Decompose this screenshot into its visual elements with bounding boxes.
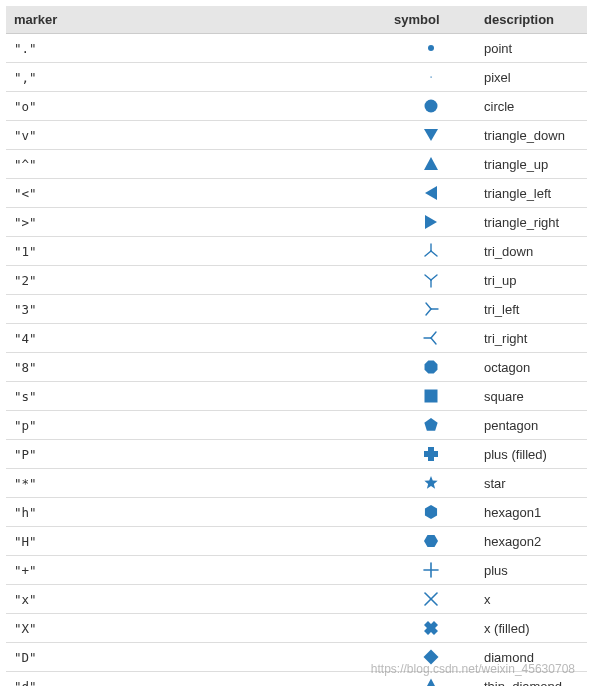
marker-cell: "1" — [6, 237, 386, 266]
marker-cell: "X" — [6, 614, 386, 643]
description-cell: tri_left — [476, 295, 587, 324]
svg-marker-19 — [425, 361, 438, 374]
tri-down-icon — [422, 242, 440, 257]
svg-line-18 — [431, 338, 436, 344]
marker-cell: "4" — [6, 324, 386, 353]
symbol-cell — [386, 498, 476, 527]
marker-cell: "p" — [6, 411, 386, 440]
table-body: "."point","pixel"o"circle"v"triangle_dow… — [6, 34, 587, 687]
symbol-cell — [386, 614, 476, 643]
svg-line-15 — [426, 309, 431, 315]
hexagon2-icon — [422, 532, 440, 547]
svg-marker-3 — [424, 129, 438, 141]
svg-line-9 — [431, 251, 437, 256]
description-cell: point — [476, 34, 587, 63]
description-cell: hexagon2 — [476, 527, 587, 556]
svg-line-14 — [426, 303, 431, 309]
svg-rect-20 — [425, 390, 438, 403]
table-row: "d"thin_diamond — [6, 672, 587, 687]
symbol-cell — [386, 324, 476, 353]
marker-cell: "<" — [6, 179, 386, 208]
col-header-marker: marker — [6, 6, 386, 34]
marker-cell: "H" — [6, 527, 386, 556]
svg-line-11 — [425, 275, 431, 280]
table-row: "^"triangle_up — [6, 150, 587, 179]
table-row: "v"triangle_down — [6, 121, 587, 150]
symbol-cell — [386, 411, 476, 440]
tri-up-icon — [422, 271, 440, 286]
symbol-cell — [386, 440, 476, 469]
square-icon — [422, 387, 440, 402]
description-cell: octagon — [476, 353, 587, 382]
description-cell: circle — [476, 92, 587, 121]
plus-filled-icon — [422, 445, 440, 460]
description-cell: x — [476, 585, 587, 614]
symbol-cell — [386, 266, 476, 295]
table-row: "4"tri_right — [6, 324, 587, 353]
svg-marker-21 — [424, 418, 437, 431]
symbol-cell — [386, 295, 476, 324]
hexagon1-icon — [422, 503, 440, 518]
marker-cell: "3" — [6, 295, 386, 324]
svg-marker-6 — [425, 215, 437, 229]
description-cell: tri_down — [476, 237, 587, 266]
marker-cell: "h" — [6, 498, 386, 527]
svg-point-2 — [425, 100, 438, 113]
symbol-cell — [386, 179, 476, 208]
symbol-cell — [386, 208, 476, 237]
marker-cell: "s" — [6, 382, 386, 411]
description-cell: hexagon1 — [476, 498, 587, 527]
svg-marker-32 — [427, 679, 435, 687]
triangle-down-icon — [422, 126, 440, 141]
symbol-cell — [386, 527, 476, 556]
description-cell: x (filled) — [476, 614, 587, 643]
symbol-cell — [386, 150, 476, 179]
markers-table: marker symbol description "."point","pix… — [6, 6, 587, 686]
x-filled-icon — [422, 619, 440, 634]
pixel-icon — [422, 68, 440, 83]
x-icon — [422, 590, 440, 605]
pentagon-icon — [422, 416, 440, 431]
table-row: "."point — [6, 34, 587, 63]
marker-cell: "P" — [6, 440, 386, 469]
description-cell: pixel — [476, 63, 587, 92]
description-cell: triangle_up — [476, 150, 587, 179]
description-cell: diamond — [476, 643, 587, 672]
svg-marker-24 — [425, 505, 437, 519]
description-cell: plus — [476, 556, 587, 585]
description-cell: thin_diamond — [476, 672, 587, 687]
svg-marker-5 — [425, 186, 437, 200]
table-row: "3"tri_left — [6, 295, 587, 324]
symbol-cell — [386, 585, 476, 614]
svg-marker-31 — [424, 650, 439, 665]
triangle-right-icon — [422, 213, 440, 228]
plus-icon — [422, 561, 440, 576]
table-row: "+"plus — [6, 556, 587, 585]
tri-left-icon — [422, 300, 440, 315]
table-row: "h"hexagon1 — [6, 498, 587, 527]
marker-cell: "+" — [6, 556, 386, 585]
description-cell: tri_up — [476, 266, 587, 295]
symbol-cell — [386, 237, 476, 266]
description-cell: triangle_right — [476, 208, 587, 237]
marker-cell: ">" — [6, 208, 386, 237]
description-cell: triangle_down — [476, 121, 587, 150]
description-cell: triangle_left — [476, 179, 587, 208]
tri-right-icon — [422, 329, 440, 344]
table-row: "s"square — [6, 382, 587, 411]
marker-cell: "D" — [6, 643, 386, 672]
table-row: "p"pentagon — [6, 411, 587, 440]
marker-cell: "o" — [6, 92, 386, 121]
circle-icon — [422, 97, 440, 112]
svg-marker-23 — [424, 476, 437, 489]
table-row: "o"circle — [6, 92, 587, 121]
table-row: "X"x (filled) — [6, 614, 587, 643]
diamond-icon — [422, 648, 440, 663]
marker-cell: "." — [6, 34, 386, 63]
marker-cell: "d" — [6, 672, 386, 687]
description-cell: pentagon — [476, 411, 587, 440]
svg-marker-4 — [424, 157, 438, 170]
symbol-cell — [386, 382, 476, 411]
marker-cell: "*" — [6, 469, 386, 498]
description-cell: square — [476, 382, 587, 411]
